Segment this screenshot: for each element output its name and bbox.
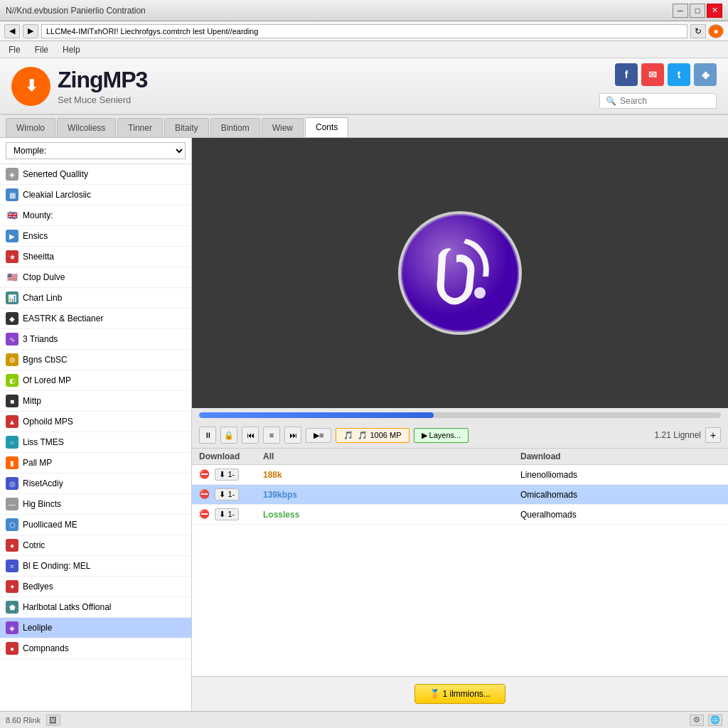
- tab-wimolo[interactable]: Wimolo: [6, 118, 55, 137]
- sidebar-item-senerted[interactable]: ◈ Senerted Quallity: [0, 164, 191, 185]
- twitter-button[interactable]: t: [668, 63, 690, 86]
- dest-2: Omicalhomads: [520, 490, 721, 500]
- sidebar-item-triands[interactable]: ∿ 3 Triands: [0, 329, 191, 350]
- sidebar-item-oflored[interactable]: ◐ Of Lored MP: [0, 370, 191, 391]
- browser-icon[interactable]: ●: [708, 24, 724, 38]
- header-right: f ✉ t ◈ 🔍: [599, 63, 717, 109]
- address-bar: ◀ ▶ ↻ ●: [0, 21, 728, 41]
- row-action-2[interactable]: ⛔ ⬇ 1-: [199, 488, 263, 500]
- refresh-button[interactable]: ↻: [690, 24, 706, 38]
- settings-icon[interactable]: ⚙: [690, 714, 704, 726]
- table-row[interactable]: ⛔ ⬇ 1- 188k Linenolliomads: [192, 465, 728, 485]
- sidebar-item-sheeitta[interactable]: ★ Sheeitta: [0, 247, 191, 267]
- prev-button[interactable]: ⏮: [242, 427, 259, 444]
- progress-track[interactable]: [199, 412, 721, 418]
- item-icon-leoliple: ◈: [6, 621, 18, 634]
- download-btn-1[interactable]: ⬇ 1-: [215, 469, 239, 481]
- sidebar-label-ophoild: Ophoild MPS: [23, 417, 73, 427]
- sidebar-item-cleakial[interactable]: ▦ Cleakial Larclosiic: [0, 185, 191, 205]
- progress-fill: [199, 412, 434, 418]
- item-icon-mounty: 🇬🇧: [6, 209, 18, 222]
- row-action-1[interactable]: ⛔ ⬇ 1-: [199, 469, 263, 481]
- sidebar-item-mounty[interactable]: 🇬🇧 Mounty:: [0, 205, 191, 226]
- forward-button[interactable]: ▶: [23, 24, 38, 38]
- next-button[interactable]: ⏭: [284, 427, 301, 444]
- facebook-button[interactable]: f: [615, 63, 638, 86]
- sidebar-item-ble[interactable]: ≈ Bl E Onding: MEL: [0, 556, 191, 577]
- search-icon: 🔍: [606, 96, 616, 106]
- sidebar-label-cotric: Cotric: [23, 540, 45, 550]
- pause-button[interactable]: ⏸: [199, 427, 216, 444]
- back-button[interactable]: ◀: [4, 24, 20, 38]
- download-btn-2[interactable]: ⬇ 1-: [215, 488, 239, 500]
- sidebar-item-eastrk[interactable]: ◆ EASTRK & Bectianer: [0, 309, 191, 329]
- menu-help[interactable]: Help: [58, 43, 85, 56]
- maximize-button[interactable]: □: [690, 4, 705, 18]
- sidebar-label-mounty: Mounty:: [23, 210, 53, 220]
- minimize-button[interactable]: ─: [673, 4, 688, 18]
- tab-wiew[interactable]: Wiew: [262, 118, 304, 137]
- tab-bitaity[interactable]: Bitaity: [164, 118, 209, 137]
- sidebar-label-puoll: Puollicaed ME: [23, 520, 77, 530]
- ilmmions-button[interactable]: 🏅 1 ilmmions...: [414, 684, 505, 704]
- playlist-button[interactable]: ▶≡: [306, 428, 331, 443]
- download-table: Download All Dawnload ⛔ ⬇ 1- 188k Lineno…: [192, 449, 728, 676]
- sidebar-label-chart: Chart Linb: [23, 293, 62, 303]
- tab-wilcoliess[interactable]: Wilcoliess: [57, 118, 116, 137]
- sidebar-label-leoliple: Leoliple: [23, 623, 52, 633]
- menu-fle[interactable]: Fle: [4, 43, 25, 56]
- add-button[interactable]: +: [705, 427, 721, 443]
- sidebar-item-harlbotal[interactable]: ⬟ Harlbotal Latks Offional: [0, 597, 191, 618]
- table-row[interactable]: ⛔ ⬇ 1- 139kbps Omicalhomads: [192, 485, 728, 505]
- mail-button[interactable]: ✉: [641, 63, 664, 86]
- sidebar-item-liss[interactable]: ○ Liss TMES: [0, 432, 191, 453]
- sidebar-item-bedlyes[interactable]: ✦ Bedlyes: [0, 577, 191, 597]
- row-action-3[interactable]: ⛔ ⬇ 1-: [199, 508, 263, 520]
- sidebar-item-ensics[interactable]: ▶ Ensics: [0, 226, 191, 247]
- sidebar-item-hig[interactable]: — Hig Bincts: [0, 494, 191, 515]
- sidebar-item-pall[interactable]: ▮ Pall MP: [0, 453, 191, 473]
- lock-button[interactable]: 🔒: [220, 427, 237, 444]
- address-input[interactable]: [41, 24, 687, 38]
- sidebar-item-cotric[interactable]: ● Cotric: [0, 535, 191, 556]
- tab-tinner[interactable]: Tinner: [117, 118, 163, 137]
- sidebar-item-riset[interactable]: ◎ RisetAcdiy: [0, 473, 191, 494]
- item-icon-puoll: ⬡: [6, 518, 18, 531]
- sidebar-label-eastrk: EASTRK & Bectianer: [23, 314, 103, 323]
- sidebar-item-leoliple[interactable]: ◈ Leoliple: [0, 618, 191, 638]
- list-button[interactable]: ≡: [263, 427, 280, 444]
- menu-file[interactable]: File: [31, 43, 53, 56]
- item-icon-pall: ▮: [6, 456, 18, 469]
- sidebar-item-ctop[interactable]: 🇺🇸 Ctop Dulve: [0, 267, 191, 288]
- item-icon-chart: 📊: [6, 291, 18, 304]
- sidebar-item-chart[interactable]: 📊 Chart Linb: [0, 288, 191, 309]
- tab-conts[interactable]: Conts: [305, 117, 348, 137]
- globe-icon[interactable]: 🌐: [708, 714, 722, 726]
- sidebar-item-ophoild[interactable]: ▲ Ophoild MPS: [0, 412, 191, 432]
- sidebar-item-bgns[interactable]: ⚙ Bgns CbSC: [0, 350, 191, 370]
- sidebar-dropdown[interactable]: Momple:: [6, 142, 186, 159]
- item-icon-ble: ≈: [6, 560, 18, 572]
- remove-icon-1: ⛔: [199, 469, 210, 479]
- table-row[interactable]: ⛔ ⬇ 1- Lossless Queralhomads: [192, 505, 728, 525]
- layers-button[interactable]: ▶ Layens...: [414, 428, 469, 443]
- sidebar-item-compnands[interactable]: ● Compnands: [0, 638, 191, 659]
- item-icon-riset: ◎: [6, 477, 18, 490]
- status-right: ⚙ 🌐: [690, 714, 722, 726]
- app-title: ZingMP3: [58, 67, 147, 93]
- search-box: 🔍: [599, 93, 717, 109]
- zing-text: 🎵 1006 MP: [358, 431, 401, 440]
- discord-button[interactable]: ◈: [694, 63, 717, 86]
- sidebar-item-mittp[interactable]: ■ Mittp: [0, 391, 191, 412]
- search-input[interactable]: [620, 96, 710, 106]
- logo-icon: [11, 67, 50, 106]
- tab-bintiom[interactable]: Bintiom: [210, 118, 260, 137]
- sidebar-label-senerted: Senerted Quallity: [23, 169, 88, 179]
- sidebar-item-puoll[interactable]: ⬡ Puollicaed ME: [0, 515, 191, 535]
- zing-label[interactable]: 🎵🎵 1006 MP: [336, 428, 409, 443]
- sidebar-label-liss: Liss TMES: [23, 437, 64, 447]
- sidebar-label-harlbotal: Harlbotal Latks Offional: [23, 602, 112, 612]
- right-panel: ⏸ 🔒 ⏮ ≡ ⏭ ▶≡ 🎵🎵 1006 MP ▶ Layens... 1.21…: [192, 138, 728, 711]
- close-button[interactable]: ✕: [707, 4, 722, 18]
- download-btn-3[interactable]: ⬇ 1-: [215, 508, 239, 520]
